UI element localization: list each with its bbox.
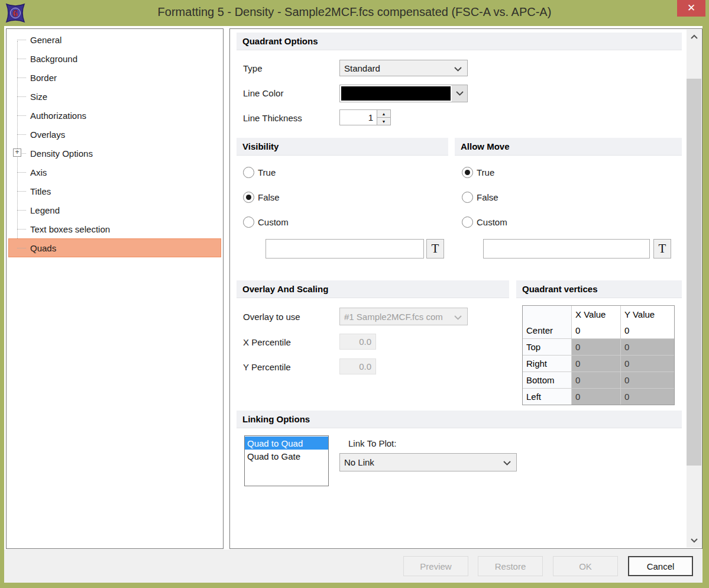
scroll-down-icon[interactable] — [687, 535, 701, 547]
row-label-center: Center — [523, 322, 571, 338]
sidebar-item-quads[interactable]: Quads — [8, 238, 221, 257]
radio-icon — [462, 192, 473, 203]
visibility-custom-input[interactable] — [266, 239, 424, 259]
sidebar-item-legend[interactable]: Legend — [7, 201, 223, 219]
close-button[interactable]: ✕ — [677, 0, 705, 17]
radio-label: Custom — [477, 217, 507, 227]
radio-checked-icon — [462, 167, 473, 178]
quadrant-vertices-header: Quadrant vertices — [516, 280, 682, 298]
radio-icon — [243, 167, 254, 178]
allow-move-false-radio[interactable]: False — [462, 192, 498, 203]
line-thickness-value: 1 — [340, 110, 377, 125]
right-y-cell: 0 — [621, 356, 674, 371]
allow-move-custom-radio[interactable]: Custom — [462, 217, 507, 228]
sidebar-item-label: Legend — [30, 205, 60, 215]
scrollbar[interactable] — [687, 30, 701, 548]
sidebar-item-label: General — [30, 35, 61, 45]
allow-move-header: Allow Move — [455, 138, 682, 156]
link-to-plot-label: Link To Plot: — [348, 438, 396, 448]
link-dropdown-value: No Link — [344, 457, 374, 467]
visibility-text-format-button[interactable]: T — [426, 239, 444, 259]
top-x-cell: 0 — [572, 339, 620, 355]
overlay-dropdown-value: #1 Sample2MCF.fcs com — [344, 312, 443, 322]
sidebar-item-text-boxes-selection[interactable]: Text boxes selection — [7, 219, 223, 238]
table-header-x-value: X Value — [572, 306, 620, 323]
allow-move-text-format-button[interactable]: T — [653, 239, 671, 259]
radio-icon — [462, 217, 473, 228]
y-percentile-input: 0.0 — [339, 358, 376, 374]
type-label: Type — [243, 63, 263, 73]
sidebar-item-size[interactable]: Size — [7, 87, 223, 106]
sidebar-item-label: Authorizations — [30, 111, 86, 121]
list-item-quad-to-quad[interactable]: Quad to Quad — [245, 437, 328, 450]
type-dropdown[interactable]: Standard — [339, 60, 468, 76]
link-to-plot-dropdown[interactable]: No Link — [339, 453, 517, 471]
overlay-to-use-label: Overlay to use — [243, 312, 300, 322]
ok-button[interactable]: OK — [553, 556, 618, 576]
radio-icon — [243, 217, 254, 228]
preview-button[interactable]: Preview — [403, 556, 468, 576]
restore-button[interactable]: Restore — [478, 556, 543, 576]
sidebar-item-background[interactable]: Background — [7, 49, 223, 68]
row-label-left: Left — [523, 389, 571, 405]
sidebar-item-label: Overlays — [30, 130, 65, 140]
sidebar-item-label: Density Options — [30, 148, 93, 159]
sidebar-item-authorizations[interactable]: Authorizations — [7, 106, 223, 125]
table-corner-cell — [523, 306, 571, 323]
list-item-quad-to-gate[interactable]: Quad to Gate — [245, 450, 328, 463]
bottom-y-cell: 0 — [621, 372, 674, 388]
center-y-cell[interactable]: 0 — [621, 322, 674, 338]
x-percentile-label: X Percentile — [243, 337, 291, 347]
radio-label: False — [477, 192, 498, 202]
allow-move-true-radio[interactable]: True — [462, 167, 494, 178]
link-type-listbox: Quad to Quad Quad to Gate — [244, 435, 329, 486]
sidebar-item-label: Size — [30, 92, 47, 102]
sidebar-item-overlays[interactable]: Overlays — [7, 125, 223, 144]
allow-move-custom-input[interactable] — [483, 239, 650, 259]
dialog-title: Formatting 5 - Density - Sample2MCF.fcs … — [0, 0, 709, 24]
line-color-dropdown[interactable] — [339, 85, 468, 102]
type-dropdown-value: Standard — [344, 63, 380, 73]
top-y-cell: 0 — [621, 339, 674, 355]
sidebar-item-label: Quads — [30, 243, 56, 253]
radio-checked-icon — [243, 192, 254, 203]
cancel-button[interactable]: Cancel — [628, 556, 693, 576]
row-label-bottom: Bottom — [523, 372, 571, 388]
close-icon: ✕ — [687, 2, 695, 14]
center-x-cell[interactable]: 0 — [572, 322, 620, 338]
settings-panel: Quadrant Options Type Standard Line Colo… — [229, 28, 702, 549]
sidebar-item-label: Axis — [30, 167, 47, 177]
sidebar-item-label: Background — [30, 54, 77, 64]
dialog-body: General Background Border Size Authoriza… — [4, 26, 702, 583]
color-swatch — [341, 86, 451, 101]
sidebar-item-general[interactable]: General — [7, 30, 223, 49]
left-y-cell: 0 — [621, 389, 674, 405]
radio-label: True — [477, 167, 494, 177]
row-label-top: Top — [523, 339, 571, 355]
right-x-cell: 0 — [572, 356, 620, 371]
sidebar-item-label: Border — [30, 73, 57, 83]
dialog-window: 6 Formatting 5 - Density - Sample2MCF.fc… — [0, 0, 709, 588]
sidebar-item-border[interactable]: Border — [7, 68, 223, 87]
format-category-tree: General Background Border Size Authoriza… — [6, 28, 224, 549]
linking-options-header: Linking Options — [237, 411, 682, 428]
spin-up-icon[interactable]: ▲ — [377, 110, 390, 118]
spin-down-icon[interactable]: ▼ — [377, 118, 390, 125]
sidebar-item-label: Titles — [30, 186, 51, 196]
visibility-false-radio[interactable]: False — [243, 192, 280, 203]
scroll-up-icon[interactable] — [687, 31, 701, 43]
radio-label: True — [258, 167, 276, 177]
visibility-custom-radio[interactable]: Custom — [243, 217, 289, 228]
quadrant-vertices-table: X Value Y Value Center 0 0 Top 0 0 Right… — [522, 305, 675, 405]
sidebar-item-label: Text boxes selection — [30, 224, 110, 234]
sidebar-item-density-options[interactable]: + Density Options — [7, 144, 223, 163]
sidebar-item-axis[interactable]: Axis — [7, 163, 223, 182]
bottom-x-cell: 0 — [572, 372, 620, 388]
visibility-true-radio[interactable]: True — [243, 167, 276, 178]
chevron-down-icon — [503, 457, 511, 467]
scrollbar-thumb[interactable] — [687, 79, 701, 466]
sidebar-item-titles[interactable]: Titles — [7, 182, 223, 201]
expand-plus-icon[interactable]: + — [13, 148, 21, 157]
visibility-header: Visibility — [237, 138, 448, 156]
line-thickness-stepper[interactable]: 1 ▲ ▼ — [339, 109, 391, 125]
